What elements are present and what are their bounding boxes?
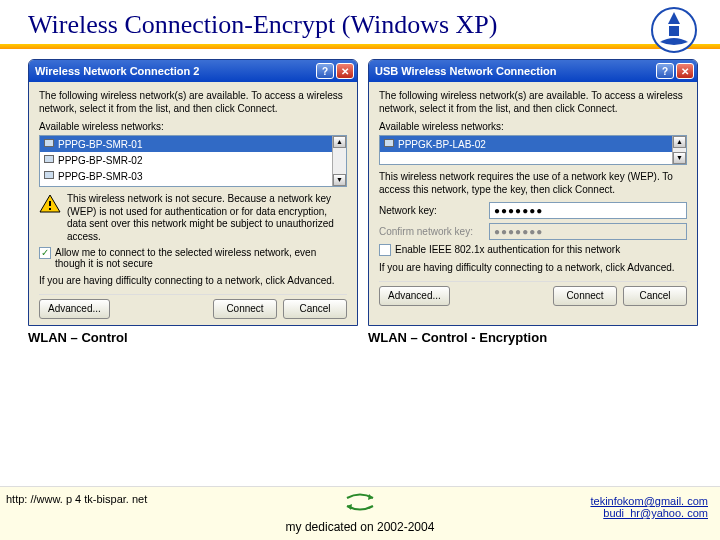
network-key-label: Network key: [379, 205, 489, 216]
wifi-icon [44, 171, 54, 181]
connect-button[interactable]: Connect [213, 299, 277, 319]
help-button[interactable]: ? [656, 63, 674, 79]
close-button[interactable]: ✕ [676, 63, 694, 79]
confirm-key-label: Confirm network key: [379, 226, 489, 237]
dialog-usb-wireless-connection: USB Wireless Network Connection ? ✕ The … [368, 59, 698, 326]
svg-rect-3 [49, 208, 51, 210]
list-item[interactable]: PPPGK-BP-LAB-02 [380, 136, 686, 152]
footer-dedication: my dedicated on 2002-2004 [286, 520, 435, 534]
trouble-text: If you are having difficulty connecting … [39, 275, 347, 288]
network-listbox[interactable]: PPPGK-BP-LAB-02 ▲ ▼ [379, 135, 687, 165]
close-button[interactable]: ✕ [336, 63, 354, 79]
wifi-icon [384, 139, 394, 149]
scroll-up-button[interactable]: ▲ [673, 136, 686, 148]
list-item[interactable]: PPPG-BP-SMR-02 [40, 152, 346, 168]
footer-email1-link[interactable]: tekinfokom@gmail. com [590, 495, 708, 507]
scrollbar[interactable]: ▲ ▼ [332, 136, 346, 186]
scrollbar[interactable]: ▲ ▼ [672, 136, 686, 164]
title-stripe [0, 44, 720, 49]
titlebar[interactable]: USB Wireless Network Connection ? ✕ [369, 60, 697, 82]
caption-left: WLAN – Control [28, 330, 368, 345]
trouble-text: If you are having difficulty connecting … [379, 262, 687, 275]
footer-email2-link[interactable]: budi_hr@yahoo. com [603, 507, 708, 519]
ministry-logo [650, 6, 698, 54]
available-label: Available wireless networks: [39, 121, 347, 132]
svg-rect-2 [49, 201, 51, 206]
scroll-down-button[interactable]: ▼ [673, 152, 686, 164]
network-key-input[interactable]: ●●●●●●● [489, 202, 687, 219]
help-button[interactable]: ? [316, 63, 334, 79]
page-title: Wireless Connection-Encrypt (Windows XP) [0, 0, 720, 44]
requires-key-text: This wireless network requires the use o… [379, 171, 687, 196]
list-item[interactable]: PPPG-BP-SMR-01 [40, 136, 346, 152]
scroll-up-button[interactable]: ▲ [333, 136, 346, 148]
intro-text: The following wireless network(s) are av… [39, 90, 347, 115]
warning-icon [39, 193, 61, 215]
svg-rect-1 [669, 26, 679, 36]
footer: http: //www. p 4 tk-bispar. net tekinfok… [0, 486, 720, 540]
cancel-button[interactable]: Cancel [283, 299, 347, 319]
titlebar-text: Wireless Network Connection 2 [35, 65, 199, 77]
ieee8021x-label: Enable IEEE 802.1x authentication for th… [395, 244, 620, 255]
confirm-key-input[interactable]: ●●●●●●● [489, 223, 687, 240]
dialog-wireless-connection-2: Wireless Network Connection 2 ? ✕ The fo… [28, 59, 358, 326]
intro-text: The following wireless network(s) are av… [379, 90, 687, 115]
network-listbox[interactable]: PPPG-BP-SMR-01 PPPG-BP-SMR-02 PPPG-BP-SM… [39, 135, 347, 187]
warning-text: This wireless network is not secure. Bec… [67, 193, 347, 243]
wifi-icon [44, 155, 54, 165]
titlebar-text: USB Wireless Network Connection [375, 65, 556, 77]
wifi-icon [44, 139, 54, 149]
recycle-arrows-icon [343, 491, 377, 513]
scroll-down-button[interactable]: ▼ [333, 174, 346, 186]
scroll-track[interactable] [333, 148, 346, 174]
available-label: Available wireless networks: [379, 121, 687, 132]
advanced-button[interactable]: Advanced... [379, 286, 450, 306]
allow-insecure-label: Allow me to connect to the selected wire… [55, 247, 347, 269]
footer-url: http: //www. p 4 tk-bispar. net [6, 493, 147, 505]
advanced-button[interactable]: Advanced... [39, 299, 110, 319]
ieee8021x-checkbox[interactable] [379, 244, 391, 256]
titlebar[interactable]: Wireless Network Connection 2 ? ✕ [29, 60, 357, 82]
connect-button[interactable]: Connect [553, 286, 617, 306]
cancel-button[interactable]: Cancel [623, 286, 687, 306]
list-item[interactable]: PPPG-BP-SMR-03 [40, 168, 346, 184]
allow-insecure-checkbox[interactable]: ✓ [39, 247, 51, 259]
caption-right: WLAN – Control - Encryption [368, 330, 708, 345]
